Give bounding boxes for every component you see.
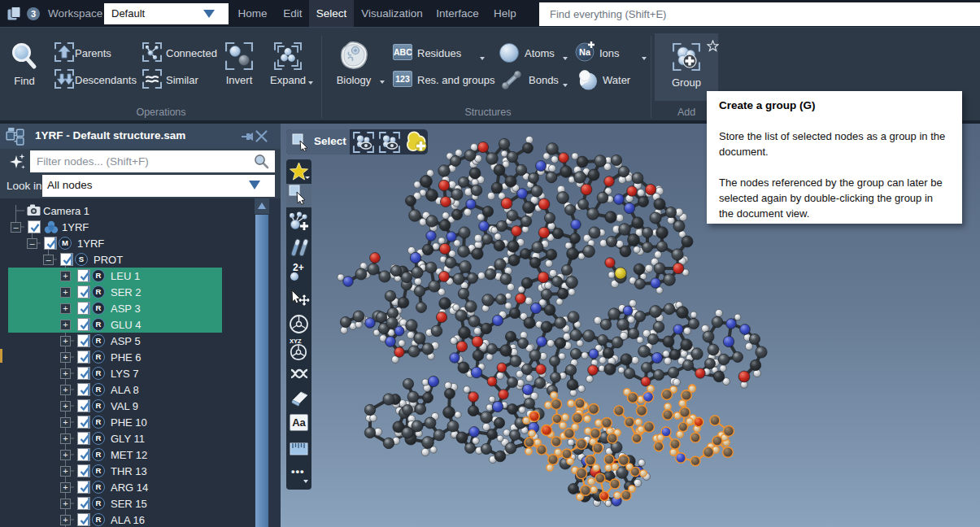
svg-text:Na: Na <box>579 47 591 57</box>
